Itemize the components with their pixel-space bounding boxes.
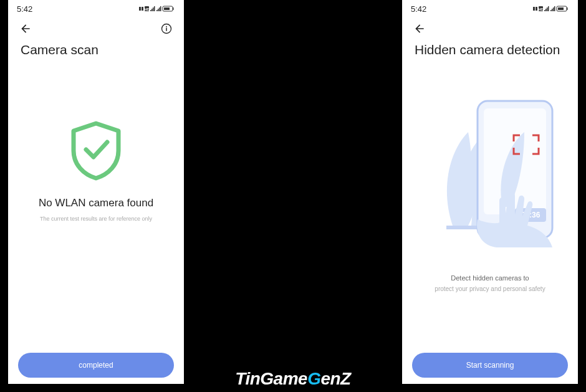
description-line-1: Detect hidden cameras to [451,274,529,282]
detection-illustration: 02:36 [415,76,565,251]
watermark-logo: TinGameGenZ [235,369,350,389]
status-icons: HD [533,5,569,12]
start-scanning-button[interactable]: Start scanning [412,353,568,378]
back-button[interactable] [411,20,428,37]
watermark-part2: G [307,369,320,388]
svg-rect-29 [554,6,555,11]
nav-bar [402,17,578,40]
svg-rect-0 [139,7,141,11]
status-time: 5:42 [17,4,32,14]
button-label: completed [79,361,113,370]
svg-rect-19 [536,7,537,11]
nav-bar [8,17,184,40]
svg-rect-13 [164,7,170,10]
svg-point-16 [166,26,167,27]
svg-rect-17 [166,28,167,31]
phone-screen-left: 5:42 HD [8,0,184,384]
status-bar: 5:42 HD [402,0,578,17]
arrow-left-icon [19,22,32,35]
svg-rect-18 [533,7,535,11]
status-icons: HD [139,5,175,12]
svg-text:HD: HD [144,7,150,11]
watermark-part1: TinGame [235,369,307,388]
status-time: 5:42 [411,4,426,14]
button-label: Start scanning [466,361,514,370]
back-button[interactable] [17,20,34,37]
svg-rect-6 [153,7,154,11]
info-icon [161,23,172,34]
status-bar: 5:42 HD [8,0,184,17]
phone-screen-right: 5:42 HD [402,0,578,384]
content-area: No WLAN camera found The current test re… [8,57,184,347]
completed-button[interactable]: completed [18,353,174,378]
svg-rect-26 [550,10,552,11]
description-line-2: protect your privacy and personal safety [435,285,545,292]
svg-rect-8 [156,10,158,11]
svg-rect-28 [553,7,554,11]
svg-rect-25 [548,6,549,11]
shield-check-icon [67,120,125,184]
content-area: 02:36 Detect hidden cameras to protect y… [402,57,578,347]
svg-rect-1 [142,7,143,11]
svg-rect-5 [151,9,153,11]
arrow-left-icon [413,22,426,35]
svg-rect-11 [160,6,161,11]
svg-rect-14 [173,7,174,10]
watermark-part3: enZ [320,369,350,388]
svg-rect-9 [158,9,159,11]
svg-rect-24 [547,7,548,11]
svg-rect-31 [558,7,564,10]
svg-rect-27 [552,9,553,11]
result-subtitle: The current test results are for referen… [40,216,152,222]
svg-rect-7 [154,6,155,11]
svg-rect-22 [544,10,545,11]
svg-rect-10 [159,7,160,11]
svg-rect-4 [150,10,151,11]
result-title: No WLAN camera found [39,197,153,209]
svg-rect-23 [545,9,547,11]
svg-text:HD: HD [538,7,544,11]
svg-rect-32 [567,7,568,10]
info-button[interactable] [158,20,175,37]
